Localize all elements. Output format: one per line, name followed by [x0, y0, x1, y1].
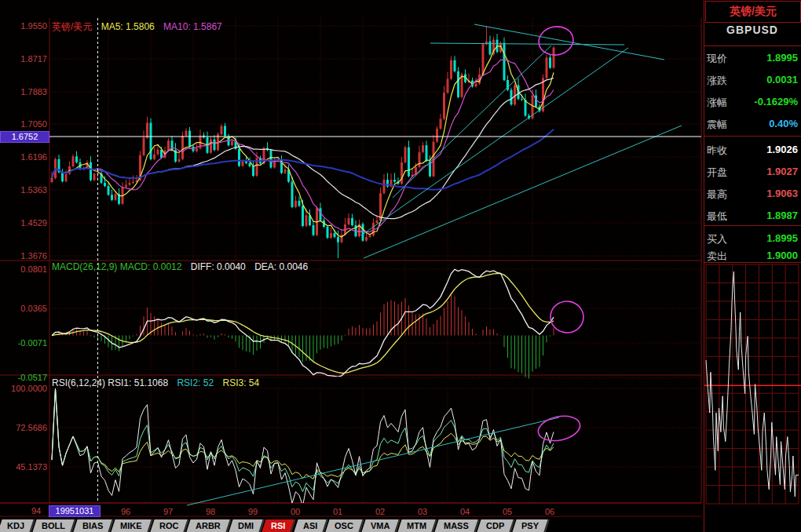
- rsi-header: RSI(6,12,24) RSI1: 51.1068 RSI2: 52 RSI3…: [52, 377, 259, 388]
- year-axis-label: 98: [199, 507, 222, 516]
- quote-row-value: -0.1629%: [754, 96, 798, 107]
- price-axis-label: 1.6196: [0, 152, 47, 162]
- quote-row-label: 震幅: [707, 118, 727, 132]
- trading-app-window: 月线 K线 MACD RSI 开盘1.5814最高1.5950最低1.5653收…: [0, 0, 801, 532]
- year-axis-label: 06: [538, 507, 561, 516]
- panel-divider: [704, 46, 801, 46]
- quote-row-3: 震幅0.40%: [704, 113, 800, 135]
- quote-row-label: 涨幅: [707, 96, 727, 110]
- indicator-tab-vma[interactable]: VMA: [361, 519, 400, 532]
- year-axis-label: 96: [114, 507, 137, 516]
- indicator-tab-label: RSI: [271, 519, 285, 532]
- rsi-axis-label: 45.1373: [0, 462, 47, 472]
- indicator-tab-mtm[interactable]: MTM: [398, 519, 437, 532]
- rsi-axis-label: 100.0000: [0, 384, 47, 393]
- indicator-tab-label: CDP: [486, 519, 504, 532]
- quote-row-value: 0.40%: [769, 118, 798, 129]
- quote-row-value: 1.8995: [766, 52, 798, 64]
- macd-axis-label: -0.0071: [0, 338, 47, 348]
- pair-symbol: GBPUSD: [704, 24, 800, 36]
- year-axis-label: 99: [241, 507, 265, 516]
- rsi-axis-bottom-partial: 94: [31, 506, 41, 516]
- indicator-tab-mass[interactable]: MASS: [435, 519, 480, 532]
- quote-row-label: 昨收: [707, 144, 727, 158]
- indicator-tab-rsi[interactable]: RSI: [262, 519, 297, 532]
- quote-panel: 英镑/美元 GBPUSD 现价1.8995涨跌0.0031涨幅-0.1629%震…: [704, 0, 801, 532]
- quote-row-value: 1.9026: [766, 144, 798, 155]
- indicator-tab-label: BIAS: [82, 519, 103, 532]
- indicator-tab-label: MIKE: [120, 519, 142, 532]
- indicator-tab-label: BOLL: [42, 519, 65, 532]
- crosshair-date-tag: 19951031: [49, 505, 101, 517]
- year-axis-label: 00: [283, 507, 307, 516]
- indicator-tab-psy[interactable]: PSY: [513, 519, 550, 532]
- diff-readout: DIFF: 0.0040: [191, 261, 246, 272]
- quote-row-7: 最低1.8987: [704, 205, 800, 227]
- indicator-tab-boll[interactable]: BOLL: [32, 519, 75, 532]
- indicator-tab-bias[interactable]: BIAS: [73, 519, 113, 532]
- quote-row-label: 现价: [707, 52, 727, 66]
- macd-axis-label: 0.0365: [0, 304, 47, 313]
- indicator-tab-osc[interactable]: OSC: [325, 519, 364, 532]
- quote-row-5: 开盘1.9027: [704, 161, 800, 183]
- quote-row-1: 涨跌0.0031: [704, 69, 800, 91]
- quote-row-value: 0.0031: [766, 74, 798, 86]
- price-axis-label: 1.5363: [0, 185, 47, 195]
- quote-row-6: 最高1.9063: [704, 183, 800, 205]
- indicator-tab-cdp[interactable]: CDP: [477, 519, 514, 532]
- intraday-mini-chart[interactable]: [704, 263, 801, 518]
- indicator-tab-roc[interactable]: ROC: [150, 519, 189, 532]
- price-axis-label: 1.4529: [0, 218, 47, 228]
- quote-row-label: 最低: [707, 210, 727, 224]
- dea-readout: DEA: 0.0046: [254, 261, 308, 272]
- indicator-tab-label: PSY: [521, 519, 539, 532]
- rsi2-readout: RSI2: 52: [177, 377, 214, 388]
- indicator-tab-label: ASI: [303, 519, 317, 532]
- quote-row-value: 1.9027: [766, 166, 798, 177]
- panel-divider: [704, 136, 801, 137]
- panel-divider: [704, 225, 801, 226]
- indicator-tab-label: MTM: [407, 519, 426, 532]
- indicator-tab-label: KDJ: [7, 519, 24, 532]
- quote-row-label: 开盘: [707, 166, 727, 180]
- quote-row-2: 涨幅-0.1629%: [704, 91, 800, 113]
- year-axis-label: 05: [496, 507, 519, 516]
- pair-name: 英镑/美元: [705, 1, 801, 23]
- kline-header: 英镑/美元 MA5: 1.5806 MA10: 1.5867: [52, 20, 222, 34]
- macd-value-readout: MACD(26,12,9) MACD: 0.0012: [52, 261, 181, 272]
- indicator-tab-label: ARBR: [196, 519, 221, 532]
- ma10-readout: MA10: 1.5867: [163, 21, 222, 32]
- quote-row-label: 涨跌: [707, 74, 727, 88]
- year-axis-label: 97: [156, 507, 180, 516]
- quote-row-0: 现价1.8995: [704, 47, 800, 69]
- price-axis-label: 1.9550: [0, 21, 47, 31]
- price-axis-label: 1.3676: [0, 251, 47, 261]
- kline-macd-rsi-chart[interactable]: [0, 0, 703, 517]
- kline-symbol-label: 英镑/美元: [52, 21, 92, 32]
- indicator-tab-kdj[interactable]: KDJ: [0, 519, 35, 532]
- chart-region[interactable]: 英镑/美元 MA5: 1.5806 MA10: 1.5867 MACD(26,1…: [0, 17, 703, 517]
- quote-row-value: 1.9063: [766, 188, 798, 199]
- quote-row-value: 1.9000: [766, 250, 798, 261]
- indicator-tab-strip: KDJBOLLBIASMIKEROCARBRDMIRSIASIOSCVMAMTM…: [0, 518, 703, 532]
- crosshair-price-tag: 1.6752: [0, 131, 49, 143]
- rsi3-readout: RSI3: 54: [222, 377, 259, 388]
- rsi-axis-label: 72.5686: [0, 423, 47, 432]
- indicator-tab-label: MASS: [444, 519, 469, 532]
- year-axis-label: 01: [326, 507, 349, 516]
- year-axis-label: 03: [411, 507, 434, 516]
- macd-axis-label: -0.0517: [0, 373, 47, 382]
- quote-row-4: 昨收1.9026: [704, 139, 800, 161]
- indicator-tab-mike[interactable]: MIKE: [112, 519, 153, 532]
- quote-row-value: 1.8987: [766, 210, 798, 221]
- year-axis-label: 04: [453, 507, 477, 516]
- quote-row-label: 最高: [707, 188, 727, 202]
- indicator-tab-asi[interactable]: ASI: [294, 519, 328, 532]
- indicator-tab-label: OSC: [335, 519, 353, 532]
- indicator-tab-arbr[interactable]: ARBR: [187, 519, 232, 532]
- macd-header: MACD(26,12,9) MACD: 0.0012 DIFF: 0.0040 …: [52, 261, 308, 272]
- price-axis-label: 1.7883: [0, 87, 47, 97]
- rsi1-readout: RSI(6,12,24) RSI1: 51.1068: [52, 377, 168, 388]
- indicator-tab-label: ROC: [159, 519, 178, 532]
- indicator-tab-dmi[interactable]: DMI: [229, 519, 264, 532]
